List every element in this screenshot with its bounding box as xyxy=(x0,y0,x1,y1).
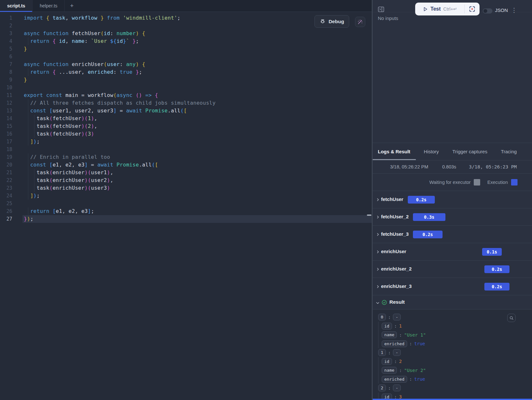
code-token: task xyxy=(37,169,50,176)
result-index-badge[interactable]: 2 xyxy=(378,385,386,391)
result-key-badge[interactable]: id xyxy=(382,323,392,329)
code-line[interactable]: 17 ]); xyxy=(0,138,372,146)
chevron-right-icon[interactable] xyxy=(376,267,380,271)
code-line[interactable]: 11export const main = workflow(async () … xyxy=(0,91,372,99)
new-tab-button[interactable]: + xyxy=(65,0,79,12)
collapse-toggle-badge[interactable]: - xyxy=(393,349,401,356)
code-line[interactable]: 21 task(enrichUser)(user1), xyxy=(0,169,372,176)
code-token: ; xyxy=(30,216,33,222)
code-token: . xyxy=(168,108,171,114)
result-index-badge[interactable]: 0 xyxy=(378,314,386,320)
code-line[interactable]: 26 return [e1, e2, e3]; xyxy=(0,207,372,215)
job-row-enrichUser[interactable]: enrichUser0.1s xyxy=(373,243,532,261)
colon: : xyxy=(399,332,402,338)
chevron-right-icon[interactable] xyxy=(376,215,380,219)
job-duration-bar[interactable]: 0.2s xyxy=(413,231,443,238)
tab-script-ts[interactable]: script.ts xyxy=(0,0,33,12)
code-line[interactable]: 6 xyxy=(0,53,372,61)
code-token xyxy=(142,108,145,114)
panel-right-icon[interactable] xyxy=(377,5,385,13)
code-token: ] xyxy=(88,208,91,214)
job-row-enrichUser_3[interactable]: enrichUser_30.2s xyxy=(373,278,532,295)
code-line[interactable]: 13 const [user1, user2, user3] = await P… xyxy=(0,107,372,115)
result-key-badge[interactable]: enriched xyxy=(382,376,407,383)
result-index-badge[interactable]: 1 xyxy=(378,349,386,356)
chevron-right-icon[interactable] xyxy=(376,233,380,236)
code-token: enriched xyxy=(88,69,113,75)
chevron-right-icon[interactable] xyxy=(376,250,380,254)
code-line[interactable]: 4 return { id, name: `User ${id}` }; xyxy=(0,37,372,45)
code-line[interactable]: 8 return { ...user, enriched: true }; xyxy=(0,68,372,76)
result-key-badge[interactable]: id xyxy=(382,358,392,365)
code-line[interactable]: 24 ]); xyxy=(0,192,372,200)
code-token: user2 xyxy=(91,177,107,183)
code-line[interactable]: 3async function fetchUser(id: number) { xyxy=(0,30,372,37)
code-token: async function xyxy=(24,30,72,36)
tab-logs-result[interactable]: Logs & Result xyxy=(378,149,410,154)
code-line[interactable]: 18 xyxy=(0,146,372,153)
code-token: , xyxy=(94,123,98,129)
result-row[interactable]: Result xyxy=(373,295,532,310)
code-token: } xyxy=(123,38,126,44)
chevron-right-icon[interactable] xyxy=(376,285,380,289)
collapse-toggle-badge[interactable]: - xyxy=(393,314,401,320)
code-line[interactable]: 7async function enrichUser(user: any) { xyxy=(0,61,372,68)
code-token: // All three fetches dispatch as child j… xyxy=(30,100,216,106)
run-duration: 0.803s xyxy=(442,164,456,169)
code-line[interactable]: 9} xyxy=(0,76,372,84)
job-duration-bar[interactable]: 0.2s xyxy=(484,283,509,290)
tab-trigger-captures[interactable]: Trigger captures xyxy=(453,149,488,154)
job-row-fetchUser_2[interactable]: fetchUser_20.3s xyxy=(373,208,532,226)
job-duration-bar[interactable]: 0.3s xyxy=(413,213,445,221)
code-line[interactable]: 15 task(fetchUser)(2), xyxy=(0,122,372,130)
editor-tabbar: script.ts helper.ts + xyxy=(0,0,372,12)
result-key-badge[interactable]: name xyxy=(382,331,397,338)
tab-tracing[interactable]: Tracing xyxy=(501,149,517,154)
editor-scrollbar-cursor-marker[interactable] xyxy=(367,214,371,216)
capture-button[interactable] xyxy=(465,3,480,15)
code-line[interactable]: 20 const [e1, e2, e3] = await Promise.al… xyxy=(0,161,372,169)
colon: : xyxy=(394,323,397,329)
code-line[interactable]: 19 // Enrich in parallel too xyxy=(0,153,372,161)
panel-resize-indicator[interactable] xyxy=(373,399,532,400)
code-token: [ xyxy=(184,108,187,114)
chevron-right-icon[interactable] xyxy=(376,198,380,202)
code-token xyxy=(120,15,123,21)
code-line[interactable]: 25 xyxy=(0,200,372,207)
code-line[interactable]: 12 // All three fetches dispatch as chil… xyxy=(0,99,372,107)
collapse-toggle-badge[interactable]: - xyxy=(393,385,401,391)
code-token xyxy=(113,162,117,168)
code-line[interactable]: 22 task(enrichUser)(user2), xyxy=(0,176,372,184)
code-line[interactable]: 10 xyxy=(0,84,372,91)
code-line[interactable]: 16 task(fetchUser)(3) xyxy=(0,130,372,138)
job-duration-bar[interactable]: 0.1s xyxy=(482,248,502,256)
code-token: ; xyxy=(91,208,94,214)
code-line[interactable]: 14 task(fetchUser)(1), xyxy=(0,115,372,122)
code-line[interactable]: 23 task(enrichUser)(user3) xyxy=(0,184,372,192)
code-line[interactable]: 27}); xyxy=(0,215,372,223)
test-button[interactable]: Test Ctrl+↵ xyxy=(415,3,464,15)
json-toggle[interactable] xyxy=(483,8,492,14)
result-key-badge[interactable]: name xyxy=(382,367,397,374)
tab-helper-ts[interactable]: helper.ts xyxy=(33,0,65,12)
kebab-menu-icon[interactable]: ⋮ xyxy=(511,6,516,14)
ai-assistant-button[interactable] xyxy=(355,17,365,27)
code-line[interactable]: 5} xyxy=(0,45,372,53)
code-token: user xyxy=(107,61,120,67)
code-token xyxy=(142,92,145,98)
code-token: ] xyxy=(30,193,33,199)
search-icon[interactable] xyxy=(507,314,516,322)
code-area[interactable]: 1import { task, workflow } from 'windmil… xyxy=(0,12,372,400)
job-duration-bar[interactable]: 0.2s xyxy=(408,196,435,204)
job-row-fetchUser_3[interactable]: fetchUser_30.2s xyxy=(373,226,532,243)
result-key-badge[interactable]: id xyxy=(382,394,392,399)
job-name: fetchUser_3 xyxy=(381,231,409,237)
tab-history[interactable]: History xyxy=(424,149,439,154)
job-duration-bar[interactable]: 0.2s xyxy=(484,265,509,273)
job-row-fetchUser[interactable]: fetchUser0.2s xyxy=(373,191,532,208)
job-row-enrichUser_2[interactable]: enrichUser_20.2s xyxy=(373,261,532,278)
debug-button[interactable]: Debug xyxy=(314,15,349,28)
code-token: { xyxy=(46,15,50,21)
result-key-badge[interactable]: enriched xyxy=(382,340,407,347)
job-name: enrichUser xyxy=(381,249,406,254)
